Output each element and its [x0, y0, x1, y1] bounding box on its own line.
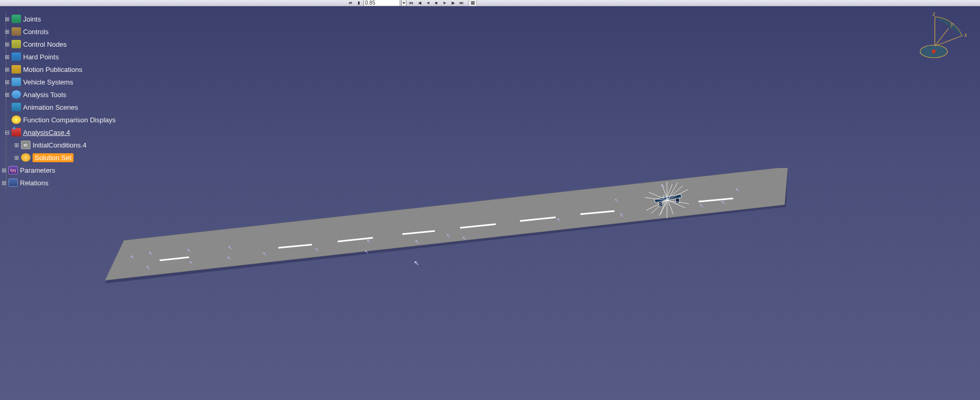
svg-marker-1 — [105, 168, 788, 280]
funcc-icon — [12, 115, 21, 124]
tree-item-label: Function Comparison Displays — [23, 116, 116, 124]
playback-play-button[interactable]: ► — [441, 0, 449, 6]
motion-icon — [12, 65, 21, 73]
tree-item-label: Analysis Tools — [23, 91, 66, 99]
road-marker-icon: ↖ — [620, 213, 624, 217]
playback-next-button[interactable]: ▶ — [450, 0, 457, 6]
road-marker-icon: ↖ — [364, 250, 369, 254]
road-surface — [105, 168, 788, 294]
mouse-cursor-icon: ↖ — [414, 259, 419, 267]
lane-dashes — [160, 198, 733, 260]
tree-item-motion-publications[interactable]: Motion Publications — [3, 63, 140, 76]
expander-icon[interactable] — [3, 40, 11, 48]
svg-line-19 — [661, 184, 672, 214]
svg-line-8 — [580, 211, 614, 214]
tree-item-label: Joints — [23, 15, 41, 23]
playback-back-button[interactable]: ◄ — [424, 0, 432, 6]
playback-dropdown-icon[interactable]: ▼ — [401, 0, 406, 6]
expander-icon[interactable] — [13, 154, 20, 161]
top-toolbar: ⇄ ▮ 0.85 ▼ ⏮ ◀ ◄ ■ ► ▶ ⏭ ▦ — [0, 0, 980, 6]
road-marker-icon: ↖ — [557, 218, 561, 222]
case-icon — [12, 128, 21, 136]
svg-point-25 — [932, 50, 936, 54]
tree-item-label: Control Nodes — [23, 40, 67, 48]
tree-item-control-nodes[interactable]: Control Nodes — [3, 38, 140, 50]
tree-item-hard-points[interactable]: Hard Points — [3, 50, 140, 63]
tree-item-analysis-tools[interactable]: Analysis Tools — [3, 88, 140, 101]
road-marker-icon: ↖ — [446, 234, 451, 238]
svg-line-14 — [659, 183, 677, 216]
svg-line-2 — [160, 257, 189, 260]
expander-icon[interactable] — [3, 53, 11, 60]
road-marker-icon: ↖ — [661, 184, 665, 188]
playback-first-button[interactable]: ⏮ — [408, 0, 415, 6]
svg-line-9 — [698, 198, 733, 202]
tree-item-label: Parameters — [20, 166, 55, 174]
expander-icon — [3, 116, 11, 123]
road-marker-icon: ↖ — [614, 198, 619, 203]
road-marker-icon: ↖ — [149, 251, 153, 256]
tree-item-label: Motion Publications — [23, 66, 82, 73]
svg-point-10 — [659, 201, 663, 207]
params-icon: f(x) — [8, 166, 18, 174]
road-marker-icon: ↖ — [367, 239, 371, 244]
tree-item-initialconditions-4[interactable]: ICInitialConditions.4 — [3, 139, 140, 151]
view-compass[interactable]: z x y — [908, 13, 971, 65]
expander-icon[interactable] — [3, 91, 11, 98]
tree-item-label: Relations — [20, 179, 48, 187]
playback-stop-button[interactable]: ■ — [433, 0, 440, 6]
road-marker-icon: ↖ — [700, 204, 704, 208]
expander-icon — [3, 103, 11, 111]
playback-value-input[interactable]: 0.85 — [363, 0, 400, 6]
expander-icon[interactable] — [3, 15, 11, 23]
expander-icon[interactable] — [3, 28, 11, 35]
tree-item-function-comparison-displays[interactable]: Function Comparison Displays — [3, 113, 140, 126]
road-marker-icon: ↖ — [315, 248, 319, 252]
controls-icon — [12, 27, 21, 36]
expander-icon[interactable] — [0, 166, 7, 174]
playback-slider-icon[interactable]: ▮ — [355, 0, 362, 6]
tree-item-controls[interactable]: Controls — [3, 25, 140, 38]
tree-item-relations[interactable]: Relations — [0, 176, 140, 189]
road-marker-icon: ↖ — [228, 246, 232, 250]
playback-controls: ⇄ ▮ 0.85 ▼ ⏮ ◀ ◄ ■ ► ▶ ⏭ ▦ — [347, 0, 477, 6]
tree-item-label: Solution Set — [33, 153, 74, 162]
tree-item-label: Controls — [23, 28, 48, 36]
svg-line-7 — [520, 217, 556, 221]
expander-icon[interactable] — [3, 66, 11, 73]
playback-left-arrow-icon[interactable]: ⇄ — [347, 0, 354, 6]
expander-icon[interactable] — [0, 179, 7, 186]
road-marker-icon: ↖ — [735, 188, 739, 192]
svg-marker-0 — [105, 170, 788, 283]
axis-x-label: x — [964, 31, 967, 38]
road-marker-icon: ↖ — [130, 255, 134, 259]
tree-item-solution-set[interactable]: Solution Set — [3, 151, 140, 164]
svg-line-6 — [460, 224, 496, 228]
tree-item-animation-scenes[interactable]: Animation Scenes — [3, 101, 140, 113]
expander-icon[interactable] — [13, 141, 20, 149]
svg-line-15 — [645, 197, 689, 204]
tree-item-label: AnalysisCase.4 — [23, 129, 70, 136]
tree-item-joints[interactable]: Joints — [3, 13, 140, 25]
hardpts-icon — [12, 52, 21, 61]
viewport-3d[interactable]: z ↖↖↖↖↖↖↖↖↖↖↖↖↖↖↖↖↖↖↖↖↖ ↖ — [0, 0, 980, 400]
svg-line-5 — [402, 231, 435, 234]
tree-item-analysiscase-4[interactable]: AnalysisCase.4 — [3, 126, 140, 139]
expander-icon[interactable] — [3, 129, 11, 136]
playback-grid-icon[interactable]: ▦ — [468, 0, 477, 6]
playback-last-button[interactable]: ⏭ — [458, 0, 465, 6]
tree-item-label: Hard Points — [23, 53, 59, 61]
road-marker-icon: ↖ — [721, 201, 725, 205]
tree-item-parameters[interactable]: f(x)Parameters — [0, 164, 140, 176]
expander-icon[interactable] — [3, 78, 11, 86]
road-marker-icon: ↖ — [462, 236, 466, 240]
playback-prev-button[interactable]: ◀ — [416, 0, 423, 6]
axis-y-label: y — [950, 20, 954, 28]
joints-icon — [12, 15, 21, 23]
tree-item-label: Animation Scenes — [23, 103, 78, 111]
tree-item-vehicle-systems[interactable]: Vehicle Systems — [3, 76, 140, 88]
svg-line-4 — [338, 238, 373, 241]
ic-icon: IC — [21, 141, 30, 149]
svg-line-18 — [662, 184, 673, 214]
vehicle-icon — [12, 78, 21, 86]
